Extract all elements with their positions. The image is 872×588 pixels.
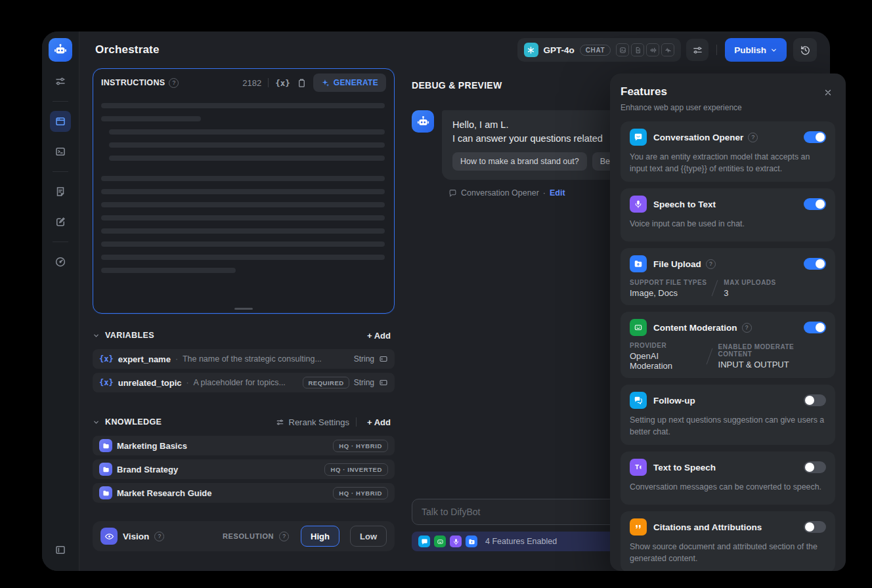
topbar-divider <box>716 45 717 55</box>
sparkle-icon <box>321 79 330 87</box>
copy-clipboard-icon[interactable] <box>297 78 307 88</box>
feature-title: Follow-up <box>653 396 695 406</box>
logs-icon[interactable] <box>50 181 71 202</box>
variable-description: A placeholder for topics... <box>193 378 298 387</box>
knowledge-section-header: KNOWLEDGE Rerank Settings + Add <box>93 415 395 429</box>
skeleton-line <box>101 242 385 247</box>
resolution-high-button[interactable]: High <box>301 526 339 547</box>
feature-description: You are an entity extraction model that … <box>630 152 826 175</box>
separator-dot: · <box>175 354 178 364</box>
add-knowledge-button[interactable]: + Add <box>363 415 395 430</box>
variable-name: expert_name <box>118 354 171 364</box>
video-capability-icon <box>661 43 674 56</box>
help-icon[interactable]: ? <box>279 532 289 541</box>
collapse-sidebar-icon[interactable] <box>50 539 71 560</box>
feature-card-follow-up: Follow-up Setting up next questions sugg… <box>621 385 835 445</box>
desktop-background: Orchestrate GPT-4o CHAT <box>0 0 872 588</box>
chevron-down-icon[interactable] <box>93 332 100 339</box>
add-variable-button[interactable]: + Add <box>363 328 395 343</box>
skeleton-line <box>109 142 385 148</box>
app-logo-robot-icon[interactable] <box>49 38 72 62</box>
resolution-low-button[interactable]: Low <box>350 526 387 547</box>
edit-opener-link[interactable]: Edit <box>550 188 565 198</box>
conversation-opener-icon <box>418 536 430 547</box>
generate-label: GENERATE <box>334 78 378 87</box>
speech-to-text-icon <box>450 536 462 547</box>
skeleton-line <box>109 129 385 135</box>
feature-toggle[interactable] <box>804 394 826 406</box>
feature-toggle[interactable] <box>804 322 826 333</box>
instructions-editor[interactable] <box>93 96 394 313</box>
feature-toggle[interactable] <box>804 258 826 270</box>
vision-card: Vision ? RESOLUTION ? High Low <box>93 521 395 551</box>
variable-type: String <box>354 354 374 364</box>
text-field-icon <box>379 354 388 364</box>
openai-logo-icon <box>524 43 538 57</box>
variable-row[interactable]: {x} unrelated_topic · A placeholder for … <box>93 373 395 392</box>
feature-description: Voice input can be used in chat. <box>630 219 826 230</box>
feature-card-text-to-speech: Text to Speech Conversation messages can… <box>621 452 835 505</box>
feature-title: File Upload <box>653 259 701 269</box>
resize-handle[interactable] <box>234 308 253 310</box>
meta-label: MAX UPLOADS <box>724 279 775 286</box>
help-icon[interactable]: ? <box>154 532 164 541</box>
feature-toggle[interactable] <box>804 521 826 533</box>
skeleton-line <box>101 103 385 108</box>
feature-toggle[interactable] <box>804 131 826 143</box>
skeleton-line <box>109 156 385 161</box>
publish-label: Publish <box>734 45 766 55</box>
knowledge-badge: HQ · HYBRID <box>333 440 388 452</box>
knowledge-name: Brand Strategy <box>117 465 320 474</box>
orchestrate-window-icon[interactable] <box>50 111 71 132</box>
meta-label: ENABLED MODERATE CONTENT <box>718 343 826 358</box>
publish-button[interactable]: Publish <box>725 38 787 62</box>
variable-description: The name of the strategic consulting... <box>183 354 349 364</box>
model-settings-icon[interactable] <box>686 39 708 61</box>
variable-row[interactable]: {x} expert_name · The name of the strate… <box>93 349 395 369</box>
knowledge-row[interactable]: Marketing Basics HQ · HYBRID <box>93 436 395 455</box>
close-icon[interactable] <box>821 85 835 100</box>
tune-icon[interactable] <box>50 71 71 92</box>
folder-icon <box>99 439 112 452</box>
model-selector[interactable]: GPT-4o CHAT <box>517 38 682 62</box>
variables-section-header: VARIABLES + Add <box>93 328 395 343</box>
feature-title: Text to Speech <box>653 463 716 472</box>
feature-card-conversation-opener: Conversation Opener ? You are an entity … <box>621 121 835 182</box>
generate-button[interactable]: GENERATE <box>313 74 386 92</box>
sidebar-divider <box>53 171 68 172</box>
feature-card-content-moderation: Content Moderation ? PROVIDER OpenAI Mod… <box>621 312 835 378</box>
content-moderation-icon <box>434 536 446 547</box>
annotation-icon[interactable] <box>50 211 71 232</box>
variable-token-icon: {x} <box>99 378 114 387</box>
features-subtitle: Enhance web app user experience <box>621 103 835 112</box>
feature-toggle[interactable] <box>804 461 826 473</box>
help-icon[interactable]: ? <box>748 133 758 142</box>
help-icon[interactable]: ? <box>706 259 716 269</box>
feature-description: Show source document and attributed sect… <box>630 541 826 564</box>
chevron-down-icon[interactable] <box>93 419 100 426</box>
divider <box>356 417 357 427</box>
version-history-button[interactable] <box>793 38 817 62</box>
terminal-icon[interactable] <box>50 141 71 162</box>
feature-description: Setting up next questions suggestion can… <box>630 415 826 438</box>
rerank-settings-button[interactable]: Rerank Settings <box>276 417 350 427</box>
knowledge-row[interactable]: Brand Strategy HQ · INVERTED <box>93 459 395 479</box>
features-enabled-label: 4 Features Enabled <box>485 537 557 546</box>
insert-variable-icon[interactable]: {x} <box>275 78 290 88</box>
meta-value: 3 <box>724 288 775 298</box>
monitor-icon[interactable] <box>50 251 71 272</box>
suggested-question-chip[interactable]: How to make a brand stand out? <box>452 152 587 171</box>
divider <box>268 78 269 87</box>
feature-card-file-upload: File Upload ? SUPPORT FILE TYPES Image, … <box>621 248 835 305</box>
features-title: Features <box>621 85 667 98</box>
knowledge-row[interactable]: Market Research Guide HQ · HYBRID <box>93 483 395 503</box>
text-to-speech-icon <box>630 459 647 476</box>
feature-toggle[interactable] <box>804 198 826 210</box>
help-icon[interactable]: ? <box>169 78 179 88</box>
tune-icon <box>276 418 284 427</box>
model-name: GPT-4o <box>544 45 575 55</box>
help-icon[interactable]: ? <box>742 323 752 333</box>
separator-dot: · <box>186 378 188 387</box>
citations-icon <box>630 518 647 536</box>
document-capability-icon <box>631 43 644 56</box>
